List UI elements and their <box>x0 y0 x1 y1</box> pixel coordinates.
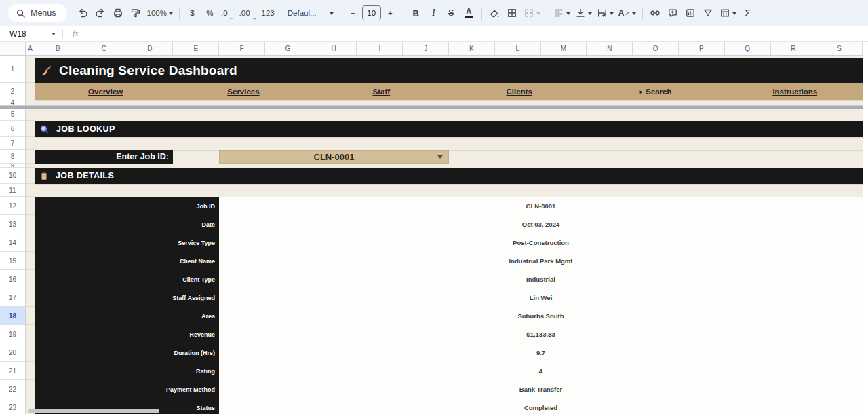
detail-label-cell[interactable]: Duration (Hrs) <box>35 343 219 362</box>
column-header[interactable]: D <box>127 42 174 55</box>
column-header[interactable]: H <box>311 42 357 55</box>
row-header[interactable]: 13 <box>0 215 26 233</box>
row-header[interactable]: 1 <box>0 56 26 83</box>
detail-label-cell[interactable]: Date <box>35 215 219 233</box>
detail-value-cell[interactable]: Post-Construction <box>219 233 863 252</box>
font-select[interactable]: Defaul... <box>285 4 336 22</box>
nav-tab[interactable]: Clients <box>449 83 587 100</box>
column-header[interactable]: O <box>633 42 679 55</box>
nav-tab[interactable]: Overview <box>35 83 173 100</box>
detail-label-cell[interactable]: Staff Assigned <box>35 288 219 307</box>
row-header[interactable]: 19 <box>0 325 26 343</box>
row-header[interactable]: 10 <box>0 168 26 184</box>
formula-input[interactable] <box>87 26 868 41</box>
cell[interactable] <box>26 307 35 325</box>
row-header[interactable]: 7 <box>0 137 26 150</box>
borders-button[interactable] <box>504 4 521 22</box>
bold-button[interactable]: B <box>408 4 425 22</box>
cell[interactable] <box>26 288 35 307</box>
detail-label-cell[interactable]: Service Type <box>35 233 219 252</box>
insert-comment-button[interactable] <box>665 4 682 22</box>
decrease-font-size-button[interactable]: − <box>344 4 361 22</box>
detail-label-cell[interactable]: Revenue <box>35 325 219 343</box>
column-header[interactable]: M <box>541 42 587 55</box>
row-header[interactable]: 2 <box>0 83 26 100</box>
text-rotation-button[interactable]: A↗ <box>616 4 638 22</box>
detail-label-cell[interactable]: Client Type <box>35 270 219 288</box>
row-header[interactable]: 15 <box>0 252 26 270</box>
detail-label-cell[interactable]: Area <box>35 307 219 325</box>
cell[interactable] <box>26 233 35 252</box>
nav-tab[interactable]: Instructions <box>725 83 863 100</box>
column-header[interactable]: N <box>587 42 633 55</box>
detail-value-cell[interactable]: Industrial <box>219 270 863 288</box>
cell[interactable] <box>26 380 35 398</box>
fill-color-button[interactable] <box>486 4 503 22</box>
italic-button[interactable]: I <box>425 4 442 22</box>
detail-value-cell[interactable]: Bank Transfer <box>219 380 863 398</box>
column-header[interactable]: P <box>679 42 725 55</box>
detail-value-cell[interactable]: Industrial Park Mgmt <box>219 252 863 270</box>
insert-chart-button[interactable] <box>682 4 699 22</box>
column-header[interactable]: A <box>26 42 35 55</box>
undo-button[interactable] <box>75 4 92 22</box>
job-lookup-banner[interactable]: JOB LOOKUP <box>35 121 863 137</box>
cell[interactable] <box>26 362 35 380</box>
frozen-rows-divider[interactable] <box>0 105 863 109</box>
row-header[interactable]: 8 <box>0 150 26 164</box>
detail-value-cell[interactable]: $1,133.83 <box>219 325 863 343</box>
nav-tab[interactable]: ▸ Search <box>587 83 724 100</box>
column-header[interactable]: C <box>81 42 127 55</box>
merge-cells-button[interactable] <box>521 4 542 22</box>
horizontal-align-button[interactable] <box>551 4 572 22</box>
row-header[interactable]: 20 <box>0 343 26 362</box>
dashboard-title-banner[interactable]: Cleaning Service Dashboard <box>35 58 863 83</box>
column-header[interactable]: S <box>816 42 863 55</box>
column-header[interactable]: L <box>495 42 541 55</box>
column-header[interactable]: E <box>173 42 219 55</box>
cell[interactable] <box>26 121 35 137</box>
detail-label-cell[interactable]: Job ID <box>35 197 219 215</box>
row-header[interactable]: 5 <box>0 108 26 121</box>
nav-tab[interactable]: Services <box>173 83 311 100</box>
insert-link-button[interactable] <box>647 4 664 22</box>
column-header[interactable]: Q <box>725 42 771 55</box>
cell[interactable] <box>26 100 35 105</box>
paint-format-button[interactable] <box>127 4 144 22</box>
detail-value-cell[interactable]: CLN-0001 <box>219 197 863 215</box>
detail-label-cell[interactable]: Client Name <box>35 252 219 270</box>
vertical-align-button[interactable] <box>573 4 594 22</box>
job-details-banner[interactable]: JOB DETAILS <box>35 168 863 184</box>
row-header[interactable]: 16 <box>0 270 26 288</box>
cell[interactable] <box>26 325 35 343</box>
detail-value-cell[interactable]: Oct 03, 2024 <box>219 215 863 233</box>
decrease-decimal-button[interactable]: .0← <box>219 4 237 22</box>
detail-label-cell[interactable]: Rating <box>35 362 219 380</box>
more-formats-button[interactable]: 123 <box>260 4 277 22</box>
column-header[interactable]: F <box>219 42 265 55</box>
row-header[interactable]: 17 <box>0 288 26 307</box>
row-header[interactable]: 4 <box>0 100 26 105</box>
column-header[interactable]: J <box>403 42 449 55</box>
text-color-button[interactable]: A <box>460 4 477 22</box>
detail-value-cell[interactable]: 9.7 <box>219 343 863 362</box>
column-header[interactable]: G <box>265 42 311 55</box>
job-id-dropdown[interactable]: CLN-0001 <box>219 150 449 164</box>
detail-label-cell[interactable]: Payment Method <box>35 380 219 398</box>
name-box[interactable]: W18 <box>0 26 62 41</box>
column-header[interactable]: K <box>449 42 495 55</box>
enter-job-id-label-cell[interactable]: Enter Job ID: <box>35 150 173 164</box>
detail-value-cell[interactable]: Lin Wei <box>219 288 863 307</box>
cell[interactable] <box>26 56 35 83</box>
cell[interactable] <box>26 252 35 270</box>
cell[interactable] <box>26 197 35 215</box>
vertical-scrollbar[interactable] <box>863 42 868 414</box>
currency-format-button[interactable]: $ <box>184 4 201 22</box>
detail-value-cell[interactable]: Suburbs South <box>219 307 863 325</box>
strikethrough-button[interactable]: S <box>443 4 460 22</box>
detail-value-cell[interactable]: 4 <box>219 362 863 380</box>
cell[interactable] <box>26 270 35 288</box>
filter-views-button[interactable] <box>717 4 738 22</box>
cell[interactable] <box>26 137 35 150</box>
functions-button[interactable]: Σ <box>739 4 756 22</box>
